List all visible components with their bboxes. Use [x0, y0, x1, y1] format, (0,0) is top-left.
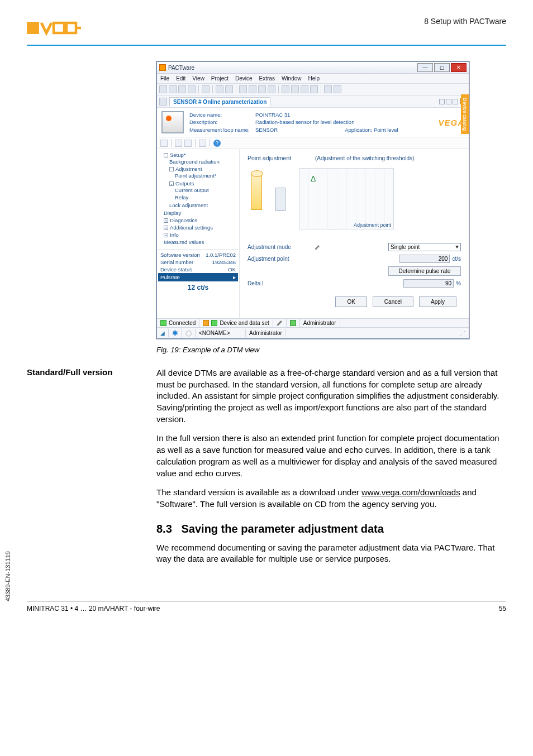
tab-nav-left-icon[interactable]	[439, 99, 445, 104]
apply-button[interactable]: Apply	[419, 296, 456, 307]
tool-save-icon[interactable]	[178, 85, 186, 93]
tree-measured-values[interactable]: Measured values	[164, 239, 204, 245]
tool-connect-icon[interactable]	[202, 85, 210, 93]
tool-new-icon[interactable]	[159, 85, 167, 93]
resize-grip-icon[interactable]: ⋰	[456, 329, 469, 337]
ok-button[interactable]: OK	[335, 296, 367, 307]
tool-upload-icon[interactable]	[258, 85, 266, 93]
device-loop-label: Measurement loop name:	[189, 126, 255, 133]
tree-info[interactable]: Info	[170, 232, 179, 238]
tool-download-icon[interactable]	[268, 85, 275, 93]
status-bar-1: Connected Device and data set Administra…	[157, 318, 469, 327]
device-name-label: Device name:	[189, 111, 255, 118]
app-icon	[159, 64, 166, 71]
device-preview-icon	[161, 111, 184, 133]
tool-gear-icon[interactable]	[301, 85, 308, 93]
tool-print-icon[interactable]	[188, 85, 196, 93]
tool-view1-icon[interactable]	[324, 85, 332, 93]
toolbar-main	[157, 84, 469, 95]
help-icon[interactable]: ?	[213, 140, 221, 147]
svg-rect-2	[66, 23, 76, 33]
device-info-strip: Device name:POINTRAC 31 Description:Radi…	[157, 108, 469, 137]
tree-display[interactable]: Display	[164, 210, 181, 216]
adjustment-point-label: Adjustment point	[248, 256, 315, 262]
menu-project[interactable]: Project	[211, 75, 229, 82]
tool-gear2-icon[interactable]	[310, 85, 318, 93]
margin-label: Standard/Full version	[27, 367, 143, 573]
delta-i-input[interactable]: 90	[403, 279, 454, 288]
cancel-button[interactable]: Cancel	[373, 296, 413, 307]
tool-read-icon[interactable]	[282, 85, 289, 93]
pencil-icon	[315, 245, 320, 250]
panel-print-icon[interactable]	[175, 140, 182, 147]
adjustment-point-unit: ct/s	[452, 256, 461, 262]
tree-additional-settings[interactable]: Additional settings	[170, 224, 213, 231]
tab-close-icon[interactable]	[453, 99, 458, 104]
device-catalog-tab[interactable]: Device catalog	[461, 94, 469, 134]
panel-find-icon[interactable]	[184, 140, 192, 147]
chapter-title: 8 Setup with PACTware	[424, 17, 506, 26]
lock-open-icon	[290, 320, 296, 326]
device-name-value: POINTRAC 31	[255, 112, 290, 118]
tree-relay[interactable]: Relay	[175, 194, 188, 200]
tab-icon	[159, 98, 167, 106]
tree-current-output[interactable]: Current output	[175, 187, 209, 193]
pulsrate-button[interactable]: Pulsrate▸	[158, 273, 238, 281]
panel-collapse-icon[interactable]	[160, 140, 168, 147]
determine-pulse-rate-button[interactable]: Determine pulse rate	[388, 266, 461, 276]
tool-down-icon[interactable]	[249, 85, 256, 93]
status-noname: <NONAME>	[199, 330, 230, 336]
status-dataset: Device and data set	[220, 320, 269, 326]
signal-icon: ◢	[160, 330, 165, 336]
menu-window[interactable]: Window	[282, 75, 302, 82]
menu-device[interactable]: Device	[235, 75, 253, 82]
close-button[interactable]: ✕	[451, 63, 467, 72]
vega-logo	[27, 17, 83, 41]
menu-view[interactable]: View	[192, 75, 204, 82]
tab-online-param[interactable]: SENSOR # Online parameterization	[169, 97, 270, 107]
downloads-link[interactable]: www.vega.com/downloads	[361, 487, 460, 497]
svg-rect-1	[54, 23, 64, 33]
adjustment-mode-select[interactable]: Single point	[388, 243, 461, 251]
tool-device2-icon[interactable]	[225, 85, 233, 93]
menu-edit[interactable]: Edit	[176, 75, 185, 82]
serial-label: Serial number	[160, 259, 193, 265]
pane-subtitle: (Adjustment of the switching thresholds)	[315, 155, 414, 161]
tool-open-icon[interactable]	[169, 85, 177, 93]
tool-up-icon[interactable]	[239, 85, 247, 93]
tree-adjustment[interactable]: Adjustment	[175, 166, 202, 172]
threshold-chart: Δ Adjustment point	[299, 168, 394, 229]
maximize-button[interactable]: ▢	[434, 63, 450, 72]
paragraph-2: In the full version there is also an ext…	[156, 433, 506, 479]
device-app-label: Application:	[345, 127, 372, 133]
status-admin-2: Administrator	[249, 330, 282, 336]
toolbar-panel: ?	[157, 137, 469, 149]
tab-nav-right-icon[interactable]	[446, 99, 451, 104]
pulsrate-value: 12 ct/s	[158, 281, 238, 294]
tree-lock-adjustment[interactable]: Lock adjustment	[169, 202, 208, 208]
chevron-right-icon: ▸	[233, 274, 236, 280]
pane-title: Point adjustment	[248, 155, 291, 161]
tool-view2-icon[interactable]	[334, 85, 341, 93]
tool-write-icon[interactable]	[291, 85, 299, 93]
dtm-screenshot: PACTware — ▢ ✕ File Edit View Project De…	[156, 61, 506, 339]
sw-version-value: 1.0.1/PRE02	[206, 252, 236, 258]
panel-view-icon[interactable]	[199, 140, 206, 147]
tool-device1-icon[interactable]	[216, 85, 223, 93]
adjustment-point-input[interactable]: 200	[399, 255, 450, 263]
minimize-button[interactable]: —	[417, 63, 433, 72]
delta-i-label: Delta I	[248, 280, 315, 286]
dataset-icon	[203, 320, 209, 326]
device-app-value: Point level	[374, 127, 398, 133]
star-icon: ✱	[172, 329, 178, 337]
adjustment-mode-label: Adjustment mode	[248, 244, 315, 250]
menu-extras[interactable]: Extras	[259, 75, 275, 82]
tree-background-radiation[interactable]: Background radiation	[169, 159, 220, 165]
tree-point-adjustment[interactable]: Point adjustment*	[175, 173, 216, 179]
paragraph-4: We recommend documenting or saving the p…	[156, 542, 506, 565]
tree-setup[interactable]: Setup*	[170, 152, 186, 158]
menu-file[interactable]: File	[160, 75, 169, 82]
tree-outputs[interactable]: Outputs	[175, 180, 194, 186]
menu-help[interactable]: Help	[308, 75, 320, 82]
tree-diagnostics[interactable]: Diagnostics	[170, 217, 197, 223]
